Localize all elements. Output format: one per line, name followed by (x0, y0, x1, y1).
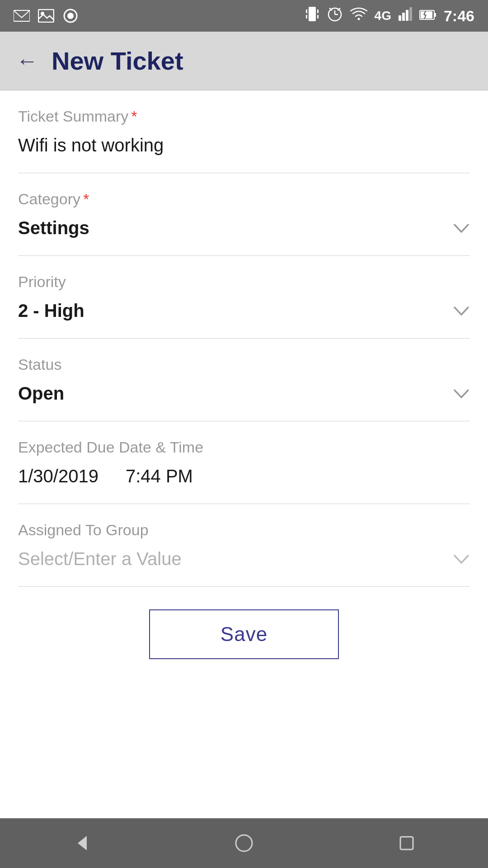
svg-rect-21 (421, 11, 432, 19)
assigned-group-select[interactable]: Select/Enter a Value (18, 545, 470, 573)
bottom-nav (0, 818, 488, 868)
svg-rect-6 (306, 9, 307, 13)
priority-select[interactable]: 2 - High (18, 297, 470, 325)
battery-icon (419, 8, 436, 24)
category-label: Category * (18, 190, 470, 208)
category-value: Settings (18, 218, 89, 238)
record-icon (62, 8, 79, 24)
svg-marker-26 (78, 836, 87, 850)
svg-point-27 (236, 835, 252, 851)
priority-section: Priority 2 - High (18, 256, 470, 339)
svg-rect-7 (306, 15, 307, 19)
main-content: Ticket Summary * Category * Settings Pri… (0, 90, 488, 818)
save-section: Save (18, 587, 470, 677)
app-header: ← New Ticket (0, 32, 488, 90)
status-bar-right-icons: 4G 7:46 (305, 5, 474, 27)
signal-icon (399, 7, 412, 24)
assigned-group-chevron-icon (453, 549, 470, 569)
due-datetime-row: 1/30/2019 7:44 PM (18, 462, 470, 490)
svg-point-4 (67, 13, 74, 19)
due-datetime-section: Expected Due Date & Time 1/30/2019 7:44 … (18, 421, 470, 504)
wifi-icon (350, 7, 367, 24)
alarm-icon (327, 6, 343, 26)
required-star-summary: * (131, 108, 137, 125)
svg-rect-17 (402, 13, 405, 21)
priority-value: 2 - High (18, 301, 84, 321)
category-section: Category * Settings (18, 173, 470, 256)
svg-rect-18 (406, 10, 408, 21)
priority-label: Priority (18, 273, 470, 291)
vibrate-icon (305, 5, 319, 27)
svg-rect-28 (400, 837, 413, 849)
status-label: Status (18, 356, 470, 373)
nav-home-icon[interactable] (226, 825, 262, 861)
svg-rect-8 (317, 9, 319, 13)
gmail-icon (14, 8, 30, 24)
ticket-summary-section: Ticket Summary * (18, 90, 470, 173)
page-title: New Ticket (52, 46, 183, 75)
assigned-group-label: Assigned To Group (18, 521, 470, 539)
svg-rect-19 (409, 7, 412, 21)
priority-chevron-icon (453, 301, 470, 321)
due-date-value[interactable]: 1/30/2019 (18, 466, 99, 486)
4g-indicator: 4G (375, 9, 391, 23)
ticket-summary-input[interactable] (18, 132, 470, 159)
due-datetime-label: Expected Due Date & Time (18, 439, 470, 456)
assigned-group-placeholder: Select/Enter a Value (18, 549, 182, 569)
back-button[interactable]: ← (16, 48, 38, 73)
status-time: 7:46 (444, 7, 474, 25)
required-star-category: * (83, 190, 89, 208)
svg-rect-9 (317, 15, 319, 19)
due-time-value[interactable]: 7:44 PM (126, 466, 193, 486)
nav-recent-icon[interactable] (389, 825, 425, 861)
status-select[interactable]: Open (18, 380, 470, 407)
status-bar: 4G 7:46 (0, 0, 488, 32)
nav-back-icon[interactable] (63, 825, 99, 861)
svg-point-15 (357, 18, 360, 20)
image-icon (38, 8, 54, 24)
assigned-group-section: Assigned To Group Select/Enter a Value (18, 504, 470, 587)
status-section: Status Open (18, 339, 470, 421)
category-select[interactable]: Settings (18, 214, 470, 242)
svg-rect-22 (434, 13, 436, 17)
save-button[interactable]: Save (149, 609, 339, 659)
svg-rect-5 (309, 7, 316, 21)
status-chevron-icon (453, 384, 470, 403)
svg-rect-1 (38, 9, 54, 22)
category-chevron-icon (453, 218, 470, 238)
status-bar-left-icons (14, 8, 79, 24)
ticket-summary-label: Ticket Summary * (18, 108, 470, 125)
status-value: Open (18, 383, 64, 404)
svg-rect-16 (399, 15, 401, 21)
